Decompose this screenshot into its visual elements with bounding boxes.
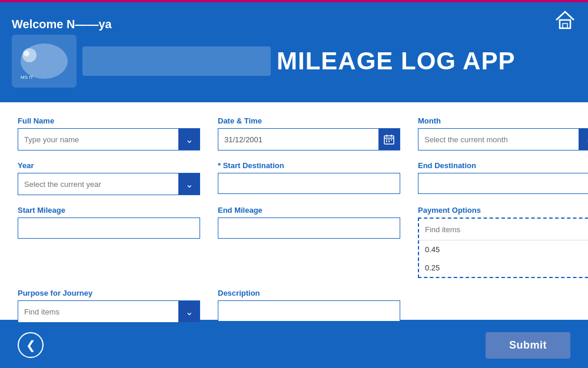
month-dropdown-btn[interactable]: ⌄ <box>579 129 588 150</box>
full-name-wrapper: ⌄ <box>18 128 200 150</box>
year-label: Year <box>18 161 200 170</box>
header-left: Welcome N——ya MS IT MILEAGE LOG APP <box>12 18 515 88</box>
payment-find-input[interactable] <box>419 219 588 240</box>
welcome-text: Welcome N——ya <box>12 18 515 31</box>
svg-rect-13 <box>386 141 387 142</box>
footer: ❮ Submit <box>0 320 588 368</box>
description-input[interactable] <box>218 300 400 322</box>
submit-button[interactable]: Submit <box>486 332 570 359</box>
full-name-group: Full Name ⌄ <box>18 116 200 150</box>
payment-dropdown-box: 0.45 0.25 <box>418 218 588 278</box>
form-grid: Full Name ⌄ Date & Time <box>18 116 570 333</box>
start-mileage-group: Start Mileage <box>18 206 200 278</box>
start-mileage-label: Start Mileage <box>18 206 200 215</box>
svg-rect-4 <box>560 20 570 28</box>
description-group: Description <box>218 289 400 323</box>
date-time-input[interactable] <box>218 129 378 150</box>
logo-image: MS IT <box>12 35 77 88</box>
back-button[interactable]: ❮ <box>18 332 44 358</box>
start-mileage-input[interactable] <box>18 218 200 239</box>
payment-option-045[interactable]: 0.45 <box>419 240 588 259</box>
calendar-btn[interactable] <box>378 129 400 150</box>
year-group: Year ⌄ <box>18 161 200 195</box>
year-dropdown-btn[interactable]: ⌄ <box>178 173 200 195</box>
end-destination-group: End Destination <box>418 161 588 195</box>
year-wrapper: ⌄ <box>18 173 200 195</box>
start-destination-input[interactable] <box>218 173 400 194</box>
purpose-journey-dropdown-btn[interactable]: ⌄ <box>178 301 200 322</box>
full-name-label: Full Name <box>18 116 200 125</box>
svg-rect-12 <box>391 139 392 140</box>
month-group: Month ⌄ <box>418 116 588 150</box>
purpose-journey-input[interactable] <box>18 301 178 322</box>
payment-option-025[interactable]: 0.25 <box>419 259 588 277</box>
date-time-group: Date & Time <box>218 116 400 150</box>
home-icon[interactable] <box>554 2 576 36</box>
start-destination-group: * Start Destination <box>218 161 400 195</box>
month-input[interactable] <box>418 129 579 150</box>
purpose-journey-label: Purpose for Journey <box>18 289 200 297</box>
purpose-journey-wrapper: ⌄ <box>18 300 200 323</box>
purpose-journey-group: Purpose for Journey ⌄ <box>18 289 200 323</box>
back-icon: ❮ <box>26 338 36 352</box>
logo-blurred <box>82 46 271 76</box>
svg-rect-14 <box>388 141 390 142</box>
svg-rect-10 <box>386 139 387 140</box>
month-label: Month <box>418 116 588 125</box>
svg-point-2 <box>24 51 29 56</box>
start-destination-label: * Start Destination <box>218 161 400 170</box>
header: Welcome N——ya MS IT MILEAGE LOG APP <box>0 2 588 102</box>
full-name-input[interactable] <box>18 129 178 150</box>
svg-text:MS IT: MS IT <box>21 75 33 80</box>
svg-rect-11 <box>388 139 390 140</box>
end-mileage-group: End Mileage <box>218 206 400 278</box>
full-name-dropdown-btn[interactable]: ⌄ <box>178 129 200 150</box>
end-destination-input[interactable] <box>418 173 588 194</box>
payment-options-group: Payment Options 0.45 0.25 <box>418 206 588 278</box>
date-time-label: Date & Time <box>218 116 400 125</box>
year-input[interactable] <box>18 173 178 195</box>
payment-options-label: Payment Options <box>418 206 588 215</box>
logo-area: MS IT MILEAGE LOG APP <box>12 35 515 88</box>
required-marker: * <box>218 161 223 170</box>
end-destination-label: End Destination <box>418 161 588 170</box>
empty-group <box>418 289 588 323</box>
payment-options-list: 0.45 0.25 <box>419 240 588 277</box>
date-time-wrapper <box>218 128 400 150</box>
end-mileage-input[interactable] <box>218 218 400 239</box>
description-label: Description <box>218 289 400 297</box>
main-form: Full Name ⌄ Date & Time <box>0 102 588 320</box>
app-title: MILEAGE LOG APP <box>277 47 515 75</box>
end-mileage-label: End Mileage <box>218 206 400 215</box>
month-wrapper: ⌄ <box>418 128 588 150</box>
